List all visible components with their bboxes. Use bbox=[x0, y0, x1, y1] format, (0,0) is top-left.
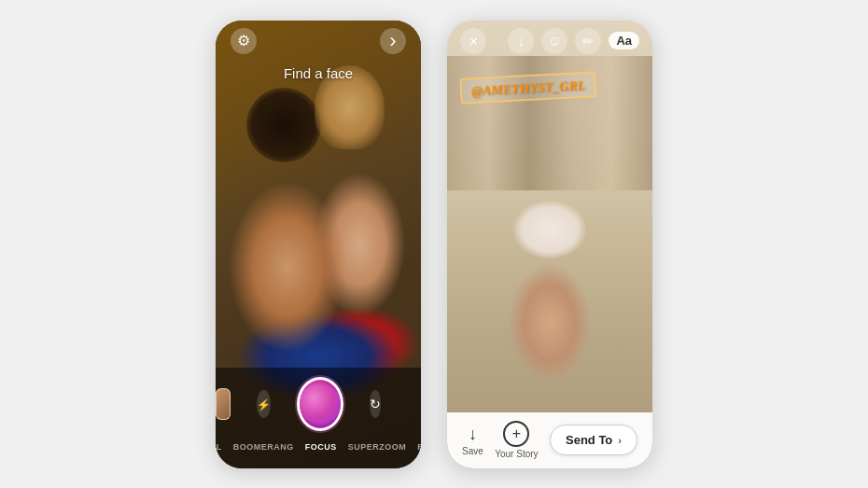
chevron-right-button[interactable] bbox=[380, 28, 406, 54]
your-story-label: Your Story bbox=[495, 449, 538, 459]
main-container: Find a face NORMAL BOOMERANG FOCUS bbox=[0, 0, 868, 488]
spacer bbox=[407, 388, 421, 420]
your-story-button[interactable]: + Your Story bbox=[495, 421, 538, 459]
mode-focus[interactable]: FOCUS bbox=[305, 442, 337, 452]
download-button[interactable] bbox=[508, 28, 534, 54]
capture-button-inner bbox=[300, 383, 341, 425]
download-icon bbox=[518, 33, 525, 49]
plus-circle: + bbox=[503, 421, 529, 447]
top-right-icons-group: Aa bbox=[508, 28, 639, 54]
mode-boomerang[interactable]: BOOMERANG bbox=[233, 442, 294, 452]
story-top-bar: Aa bbox=[447, 21, 652, 62]
text-button[interactable]: Aa bbox=[609, 32, 639, 49]
gallery-thumbnail[interactable] bbox=[216, 388, 231, 420]
camera-bottom-controls: NORMAL BOOMERANG FOCUS SUPERZOOM REWIND bbox=[216, 368, 421, 468]
draw-button[interactable] bbox=[575, 28, 601, 54]
capture-button[interactable] bbox=[297, 377, 343, 431]
right-phone: Aa @AMETHYST_GRL Save + Your Story Send … bbox=[447, 21, 652, 468]
mode-superzoom[interactable]: SUPERZOOM bbox=[348, 442, 407, 452]
sticker-icon bbox=[548, 33, 562, 49]
mode-rewind[interactable]: REWIND bbox=[417, 442, 421, 452]
mode-normal[interactable]: NORMAL bbox=[216, 442, 222, 452]
close-button[interactable] bbox=[460, 28, 486, 54]
send-to-label: Send To bbox=[566, 433, 612, 447]
pencil-icon bbox=[582, 34, 594, 49]
flip-camera-button[interactable] bbox=[370, 390, 382, 418]
settings-button[interactable] bbox=[231, 28, 257, 54]
save-label: Save bbox=[462, 446, 483, 456]
person-left-hair bbox=[246, 88, 321, 162]
sticker-button[interactable] bbox=[541, 28, 567, 54]
close-icon bbox=[469, 34, 479, 49]
gear-icon bbox=[237, 32, 250, 49]
chevron-right-icon bbox=[389, 29, 396, 53]
person-inverted-overlay bbox=[498, 192, 601, 379]
story-bottom-bar: Save + Your Story Send To › bbox=[447, 412, 652, 468]
find-face-text: Find a face bbox=[216, 65, 421, 81]
capture-row bbox=[216, 368, 421, 439]
flash-icon bbox=[257, 396, 271, 412]
save-button[interactable]: Save bbox=[462, 425, 483, 456]
camera-mode-row: NORMAL BOOMERANG FOCUS SUPERZOOM REWIND bbox=[216, 439, 421, 457]
camera-top-bar bbox=[216, 21, 421, 62]
save-icon bbox=[469, 425, 477, 444]
send-to-chevron-icon: › bbox=[618, 435, 622, 446]
flash-button[interactable] bbox=[257, 390, 271, 418]
send-to-button[interactable]: Send To › bbox=[550, 425, 637, 455]
username-text: @AMETHYST_GRL bbox=[471, 77, 586, 97]
flip-icon bbox=[370, 396, 381, 412]
left-phone: Find a face NORMAL BOOMERANG FOCUS bbox=[216, 21, 421, 468]
